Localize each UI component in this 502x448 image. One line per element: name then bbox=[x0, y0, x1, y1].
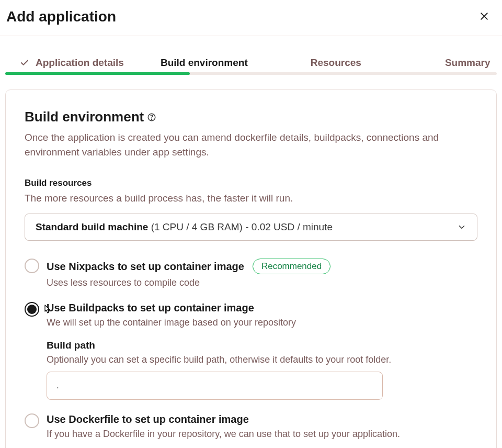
option-description: We will set up the container image based… bbox=[47, 317, 477, 328]
option-label: Use Dockerfile to set up container image bbox=[47, 413, 249, 425]
build-path-label: Build path bbox=[47, 340, 477, 351]
option-content: Use Buildpacks to set up container image… bbox=[47, 302, 477, 400]
step-summary[interactable]: Summary bbox=[445, 51, 490, 75]
stepper: Application details Build environment Re… bbox=[0, 51, 502, 75]
option-description: Uses less resources to compile code bbox=[47, 277, 477, 288]
progress-fill bbox=[5, 72, 190, 75]
build-path-input[interactable] bbox=[47, 372, 383, 400]
step-build-environment[interactable]: Build environment bbox=[161, 51, 248, 75]
option-nixpacks[interactable]: Use Nixpacks to set up container image R… bbox=[25, 259, 477, 288]
step-label: Resources bbox=[311, 57, 361, 69]
svg-point-3 bbox=[152, 119, 152, 119]
step-label: Application details bbox=[36, 57, 124, 69]
build-resources-title: Build resources bbox=[25, 178, 477, 188]
section-description: Once the application is created you can … bbox=[25, 130, 477, 159]
modal-title: Add application bbox=[6, 8, 116, 25]
step-resources[interactable]: Resources bbox=[311, 51, 361, 75]
build-method-radio-group: Use Nixpacks to set up container image R… bbox=[25, 259, 477, 440]
radio-dockerfile[interactable] bbox=[25, 413, 39, 428]
build-path-description: Optionally you can set a specific build … bbox=[47, 354, 477, 365]
chevron-down-icon bbox=[457, 222, 466, 232]
build-path-field: Build path Optionally you can set a spec… bbox=[47, 340, 477, 400]
build-resources-section: Build resources The more resources a bui… bbox=[25, 178, 477, 241]
option-dockerfile[interactable]: Use Dockerfile to set up container image… bbox=[25, 413, 477, 440]
close-button[interactable] bbox=[477, 9, 492, 25]
progress-track bbox=[5, 72, 497, 75]
modal-header: Add application bbox=[0, 0, 502, 36]
option-content: Use Nixpacks to set up container image R… bbox=[47, 259, 477, 288]
select-value-strong: Standard build machine bbox=[36, 221, 148, 232]
step-application-details[interactable]: Application details bbox=[20, 51, 124, 75]
build-machine-select[interactable]: Standard build machine (1 CPU / 4 GB RAM… bbox=[25, 214, 477, 241]
recommended-badge: Recommended bbox=[253, 259, 330, 274]
option-buildpacks[interactable]: Use Buildpacks to set up container image… bbox=[25, 302, 477, 400]
step-label: Summary bbox=[445, 57, 490, 69]
option-description: If you have a Dockerfile in your reposit… bbox=[47, 429, 477, 440]
step-label: Build environment bbox=[161, 57, 248, 69]
build-resources-description: The more resources a build process has, … bbox=[25, 193, 477, 204]
option-label: Use Buildpacks to set up container image bbox=[47, 302, 254, 314]
section-title-row: Build environment bbox=[25, 109, 477, 125]
radio-nixpacks[interactable] bbox=[25, 259, 39, 273]
close-icon bbox=[479, 11, 489, 21]
option-label: Use Nixpacks to set up container image bbox=[47, 261, 244, 273]
help-icon[interactable] bbox=[147, 113, 156, 122]
option-content: Use Dockerfile to set up container image… bbox=[47, 413, 477, 440]
content-card: Build environment Once the application i… bbox=[5, 89, 497, 448]
select-value: Standard build machine (1 CPU / 4 GB RAM… bbox=[36, 221, 333, 233]
radio-buildpacks[interactable] bbox=[25, 302, 39, 317]
section-title: Build environment bbox=[25, 109, 144, 125]
select-value-rest: (1 CPU / 4 GB RAM) - 0.02 USD / minute bbox=[148, 221, 333, 232]
check-icon bbox=[20, 58, 29, 68]
